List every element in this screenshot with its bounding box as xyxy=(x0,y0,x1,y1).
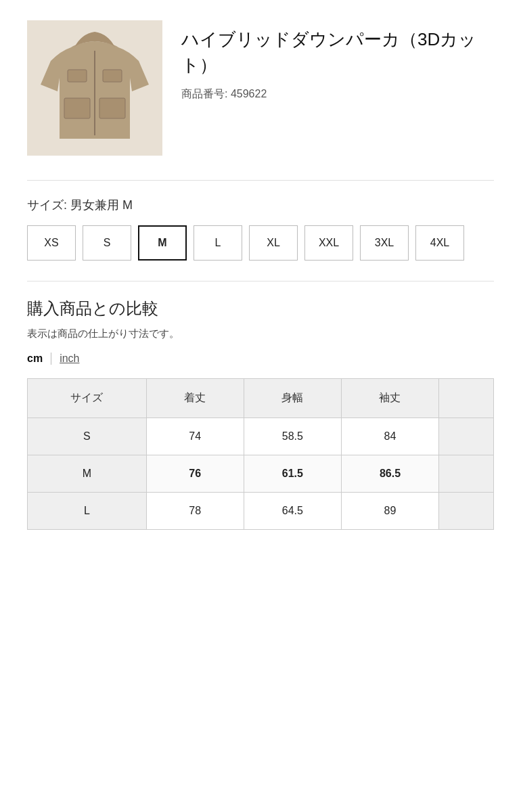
size-button-s[interactable]: S xyxy=(83,225,131,261)
product-number: 商品番号: 459622 xyxy=(181,87,494,102)
table-cell xyxy=(439,455,494,493)
product-header: ハイブリッドダウンパーカ（3Dカット） 商品番号: 459622 xyxy=(27,20,494,156)
comparison-title: 購入商品との比較 xyxy=(27,298,494,319)
size-section: サイズ: 男女兼用 M XSSMLXLXXL3XL4XL xyxy=(27,197,494,261)
comparison-section: 購入商品との比較 表示は商品の仕上がり寸法です。 cm inch サイズ着丈身幅… xyxy=(27,298,494,530)
table-cell: M xyxy=(28,455,147,493)
table-cell: 84 xyxy=(341,418,438,455)
table-cell: 76 xyxy=(146,455,244,493)
table-cell xyxy=(439,493,494,530)
table-row: S7458.584 xyxy=(28,418,494,455)
svg-rect-3 xyxy=(68,70,87,82)
size-grid: XSSMLXLXXL3XL4XL xyxy=(27,225,494,261)
table-cell: L xyxy=(28,493,147,530)
table-cell: 89 xyxy=(341,493,438,530)
svg-rect-2 xyxy=(99,98,125,118)
size-button-xs[interactable]: XS xyxy=(27,225,76,261)
table-cell xyxy=(439,418,494,455)
table-header-0: サイズ xyxy=(28,379,147,418)
size-button-4xl[interactable]: 4XL xyxy=(415,225,464,261)
product-number-label: 商品番号: xyxy=(181,88,227,99)
unit-inch-button[interactable]: inch xyxy=(51,353,79,365)
table-cell: 86.5 xyxy=(341,455,438,493)
product-info: ハイブリッドダウンパーカ（3Dカット） 商品番号: 459622 xyxy=(181,20,494,102)
table-cell: 78 xyxy=(146,493,244,530)
table-cell: 61.5 xyxy=(244,455,341,493)
table-cell: 74 xyxy=(146,418,244,455)
size-button-m[interactable]: M xyxy=(138,225,187,261)
table-cell: 64.5 xyxy=(244,493,341,530)
table-cell: 58.5 xyxy=(244,418,341,455)
product-number-value: 459622 xyxy=(231,88,267,99)
unit-toggle: cm inch xyxy=(27,353,494,365)
product-image xyxy=(27,20,162,156)
svg-rect-1 xyxy=(64,98,90,118)
size-table: サイズ着丈身幅袖丈 S7458.584M7661.586.5L7864.589 xyxy=(27,378,494,530)
product-title: ハイブリッドダウンパーカ（3Dカット） xyxy=(181,27,494,78)
size-button-xl[interactable]: XL xyxy=(249,225,298,261)
table-header-2: 身幅 xyxy=(244,379,341,418)
unit-cm-button[interactable]: cm xyxy=(27,353,51,365)
svg-rect-4 xyxy=(103,70,122,82)
table-header-4 xyxy=(439,379,494,418)
size-label: サイズ: 男女兼用 M xyxy=(27,197,494,213)
table-header-3: 袖丈 xyxy=(341,379,438,418)
table-row: M7661.586.5 xyxy=(28,455,494,493)
size-button-xxl[interactable]: XXL xyxy=(304,225,353,261)
comparison-desc: 表示は商品の仕上がり寸法です。 xyxy=(27,328,494,340)
table-cell: S xyxy=(28,418,147,455)
table-row: L7864.589 xyxy=(28,493,494,530)
size-button-l[interactable]: L xyxy=(194,225,242,261)
divider-1 xyxy=(27,180,494,181)
size-button-3xl[interactable]: 3XL xyxy=(360,225,409,261)
table-header-1: 着丈 xyxy=(146,379,244,418)
divider-2 xyxy=(27,281,494,281)
